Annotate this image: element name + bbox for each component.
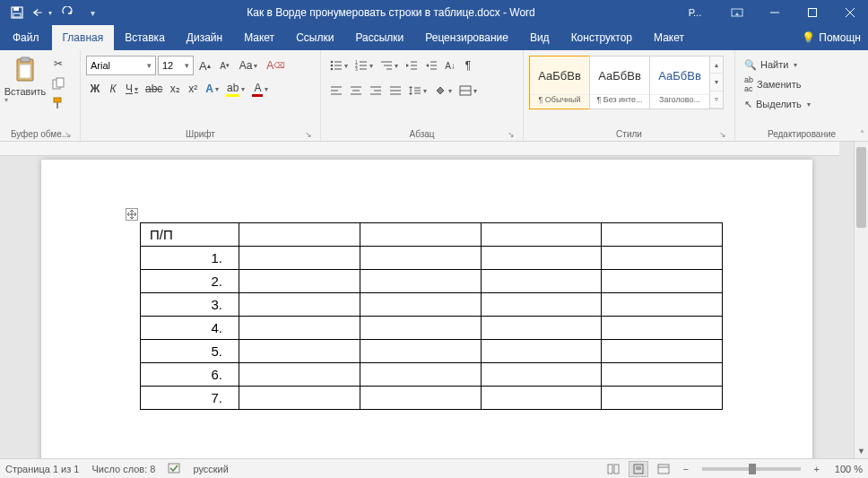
font-name-select[interactable]: Arial▾	[86, 56, 156, 75]
close-button[interactable]	[832, 0, 868, 25]
spellcheck-button[interactable]	[168, 462, 180, 476]
grow-font-button[interactable]: A▴	[195, 56, 214, 75]
zoom-slider[interactable]	[702, 467, 801, 471]
maximize-button[interactable]	[794, 0, 830, 25]
table-cell[interactable]	[360, 317, 481, 340]
scroll-thumb[interactable]	[856, 147, 866, 228]
bullets-button[interactable]: ▾	[326, 56, 352, 75]
superscript-button[interactable]: x²	[184, 79, 202, 99]
clipboard-launcher[interactable]: ↘	[62, 128, 74, 141]
highlight-button[interactable]: ab▾	[222, 79, 248, 99]
table-cell[interactable]: 3.	[141, 293, 239, 317]
zoom-level[interactable]: 100 %	[835, 464, 863, 474]
italic-button[interactable]: К	[104, 79, 122, 99]
save-button[interactable]	[7, 3, 27, 22]
table-cell[interactable]	[360, 340, 481, 363]
align-right-button[interactable]	[366, 81, 386, 100]
table-cell[interactable]	[481, 293, 602, 317]
table-cell[interactable]	[360, 223, 481, 247]
table-cell[interactable]: 2.	[141, 270, 239, 293]
subscript-button[interactable]: x₂	[166, 79, 184, 99]
paragraph-launcher[interactable]: ↘	[505, 128, 517, 141]
tab-table-layout[interactable]: Макет	[643, 25, 695, 50]
sort-button[interactable]: A↓	[441, 56, 459, 75]
web-layout-button[interactable]	[654, 461, 673, 477]
table-cell[interactable]	[360, 293, 481, 317]
copy-button[interactable]	[50, 75, 66, 91]
redo-button[interactable]	[57, 3, 77, 22]
page-indicator[interactable]: Страница 1 из 1	[5, 464, 79, 474]
align-center-button[interactable]	[346, 81, 366, 100]
table-cell[interactable]	[481, 363, 602, 387]
tab-file[interactable]: Файл	[0, 25, 52, 50]
table-cell[interactable]	[602, 223, 723, 247]
table-cell[interactable]	[360, 387, 481, 410]
document-table[interactable]: П/П1.2.3.4.5.6.7.	[140, 222, 723, 410]
vertical-scrollbar[interactable]: ▲ ▼	[854, 142, 868, 458]
read-mode-button[interactable]	[603, 461, 623, 477]
tab-table-design[interactable]: Конструктор	[560, 25, 643, 50]
select-button[interactable]: ↖Выделить▾	[742, 95, 812, 113]
document-area[interactable]: П/П1.2.3.4.5.6.7.	[0, 142, 854, 458]
font-size-select[interactable]: 12▾	[158, 56, 194, 75]
tab-insert[interactable]: Вставка	[114, 25, 176, 50]
text-effects-button[interactable]: A▾	[202, 79, 222, 99]
table-cell[interactable]	[239, 317, 360, 340]
table-cell[interactable]: 1.	[141, 247, 239, 270]
table-cell[interactable]	[360, 247, 481, 270]
table-cell[interactable]	[239, 247, 360, 270]
line-spacing-button[interactable]: ▾	[405, 81, 430, 100]
language-indicator[interactable]: русский	[193, 464, 228, 474]
table-cell[interactable]: 4.	[141, 317, 239, 340]
horizontal-ruler[interactable]	[0, 142, 839, 156]
tab-view[interactable]: Вид	[519, 25, 560, 50]
table-cell[interactable]	[481, 270, 602, 293]
borders-button[interactable]: ▾	[456, 81, 481, 100]
cut-button[interactable]: ✂	[50, 56, 66, 72]
table-cell[interactable]	[239, 387, 360, 410]
table-cell[interactable]	[239, 340, 360, 363]
table-cell[interactable]	[481, 317, 602, 340]
styles-launcher[interactable]: ↘	[716, 128, 729, 141]
table-cell[interactable]: 5.	[141, 340, 239, 363]
ribbon-options-button[interactable]	[719, 0, 755, 25]
table-cell[interactable]	[602, 317, 723, 340]
table-cell[interactable]	[360, 363, 481, 387]
shrink-font-button[interactable]: A▾	[216, 56, 234, 75]
print-layout-button[interactable]	[629, 461, 648, 477]
table-cell[interactable]: П/П	[141, 223, 239, 247]
qat-customize[interactable]: ▾	[82, 3, 102, 22]
clear-format-button[interactable]: A⌫	[263, 56, 289, 75]
account-button[interactable]: Р...	[673, 0, 717, 25]
table-cell[interactable]	[239, 293, 360, 317]
show-marks-button[interactable]: ¶	[459, 56, 477, 75]
table-cell[interactable]	[602, 387, 723, 410]
tab-design[interactable]: Дизайн	[176, 25, 233, 50]
table-cell[interactable]	[481, 223, 602, 247]
font-launcher[interactable]: ↘	[302, 128, 315, 141]
underline-button[interactable]: Ч▾	[122, 79, 142, 99]
strike-button[interactable]: abc	[142, 79, 166, 99]
word-count[interactable]: Число слов: 8	[91, 464, 155, 474]
tab-mailings[interactable]: Рассылки	[344, 25, 414, 50]
find-button[interactable]: 🔍Найти▾	[742, 56, 812, 74]
styles-gallery-more[interactable]: ▴▾▿	[709, 56, 724, 109]
tab-home[interactable]: Главная	[52, 25, 115, 50]
paste-button[interactable]: Вставить▾	[4, 52, 47, 109]
format-painter-button[interactable]	[50, 95, 66, 111]
table-cell[interactable]	[602, 340, 723, 363]
tab-review[interactable]: Рецензирование	[414, 25, 519, 50]
table-cell[interactable]	[602, 293, 723, 317]
tab-layout[interactable]: Макет	[233, 25, 285, 50]
indent-increase-button[interactable]	[421, 56, 441, 75]
collapse-ribbon-button[interactable]: ˄	[860, 129, 864, 139]
table-cell[interactable]	[602, 270, 723, 293]
style-normal[interactable]: АаБбВв¶ Обычный	[529, 56, 590, 109]
table-cell[interactable]	[602, 247, 723, 270]
table-cell[interactable]	[481, 247, 602, 270]
numbering-button[interactable]: 123▾	[352, 56, 377, 75]
multilevel-button[interactable]: ▾	[377, 56, 402, 75]
change-case-button[interactable]: Aa▾	[236, 56, 262, 75]
table-cell[interactable]	[239, 270, 360, 293]
align-left-button[interactable]	[326, 81, 346, 100]
